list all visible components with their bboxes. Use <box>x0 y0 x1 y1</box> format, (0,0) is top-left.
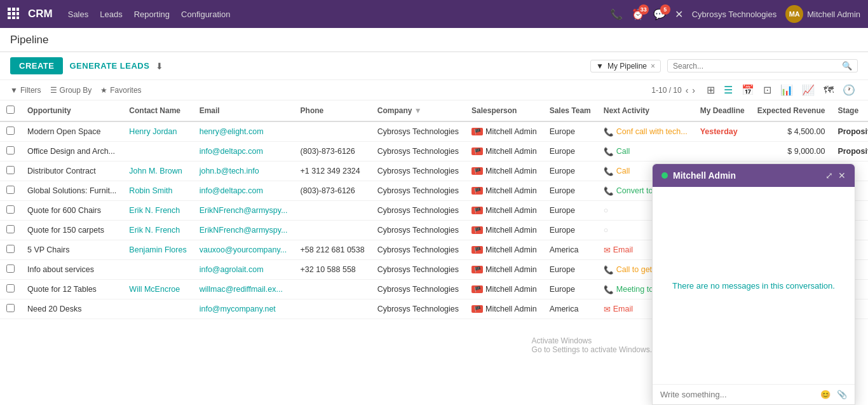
clock-view-button[interactable]: 🕐 <box>840 83 858 97</box>
contact-cell[interactable] <box>123 299 193 319</box>
header-salesperson[interactable]: Salesperson <box>465 100 543 121</box>
phone-cell <box>294 299 371 319</box>
chat-close-button[interactable]: ✕ <box>838 170 846 181</box>
menu-leads[interactable]: Leads <box>100 10 122 19</box>
list-view-button[interactable]: ☰ <box>721 83 735 97</box>
opportunity-cell[interactable]: Info about services <box>21 260 123 280</box>
filters-button[interactable]: ▼ Filters <box>10 86 41 95</box>
sales-team-cell: Europe <box>543 142 597 161</box>
select-all-checkbox[interactable] <box>6 106 15 114</box>
company-cell: Cybrosys Technologies <box>371 181 465 201</box>
filter-icon: ▼ <box>596 62 604 71</box>
filter-close[interactable]: × <box>651 62 655 71</box>
header-company[interactable]: Company ▼ <box>371 100 465 121</box>
chat-panel: Mitchell Admin ⤢ ✕ There are no messages… <box>652 163 855 319</box>
email-cell[interactable]: ErikNFrench@armyspy... <box>193 221 294 240</box>
row-checkbox[interactable] <box>6 264 15 273</box>
row-checkbox[interactable] <box>6 186 15 194</box>
contact-cell[interactable]: Erik N. French <box>123 201 193 221</box>
chat-expand-button[interactable]: ⤢ <box>825 170 833 181</box>
header-email[interactable]: Email <box>193 100 294 121</box>
opportunity-cell[interactable]: 5 VP Chairs <box>21 240 123 260</box>
header-opportunity[interactable]: Opportunity <box>21 100 123 121</box>
activity-icon[interactable]: ⏰ 33 <box>632 8 644 20</box>
header-contact-name[interactable]: Contact Name <box>123 100 193 121</box>
contact-cell[interactable]: Benjamin Flores <box>123 240 193 260</box>
my-pipeline-filter[interactable]: ▼ My Pipeline × <box>590 60 661 72</box>
opportunity-cell[interactable]: Distributor Contract <box>21 161 123 181</box>
kanban-view-button[interactable]: ⊞ <box>704 83 717 97</box>
opportunity-cell[interactable]: Global Solutions: Furnit... <box>21 181 123 201</box>
header-my-deadline[interactable]: My Deadline <box>694 100 751 121</box>
row-checkbox[interactable] <box>6 205 15 214</box>
menu-configuration[interactable]: Configuration <box>181 10 230 19</box>
app-brand[interactable]: CRM <box>28 8 53 20</box>
download-button[interactable]: ⬇ <box>156 61 163 71</box>
svg-rect-8 <box>17 17 19 19</box>
email-cell[interactable]: ErikNFrench@armyspy... <box>193 201 294 221</box>
row-checkbox[interactable] <box>6 304 15 312</box>
email-cell[interactable]: henry@elight.com <box>193 121 294 142</box>
header-sales-team[interactable]: Sales Team <box>543 100 597 121</box>
header-next-activity[interactable]: Next Activity <box>597 100 694 121</box>
next-page-button[interactable]: › <box>692 85 695 95</box>
grid-view-button[interactable]: ⊡ <box>761 83 774 97</box>
opportunity-cell[interactable]: Modern Open Space <box>21 121 123 142</box>
view-controls: ▼ Filters ☰ Group By ★ Favorites 1-10 / … <box>0 80 868 100</box>
contact-cell[interactable] <box>123 142 193 161</box>
email-cell[interactable]: vauxoo@yourcompany... <box>193 240 294 260</box>
header-phone[interactable]: Phone <box>294 100 371 121</box>
opportunity-cell[interactable]: Office Design and Arch... <box>21 142 123 161</box>
row-checkbox[interactable] <box>6 146 15 154</box>
header-expected-revenue[interactable]: Expected Revenue <box>751 100 832 121</box>
close-icon[interactable]: ✕ <box>675 8 683 20</box>
email-cell[interactable]: info@mycompany.net <box>193 299 294 319</box>
email-cell[interactable]: john.b@tech.info <box>193 161 294 181</box>
deadline-cell: Yesterday <box>694 121 751 142</box>
company-cell: Cybrosys Technologies <box>371 240 465 260</box>
grid-icon[interactable] <box>8 8 19 21</box>
chart-view-button[interactable]: 📊 <box>778 83 796 97</box>
generate-leads-button[interactable]: GENERATE LEADS <box>69 61 149 71</box>
user-menu[interactable]: MA Mitchell Admin <box>785 5 860 23</box>
row-checkbox[interactable] <box>6 166 15 174</box>
calendar-view-button[interactable]: 📅 <box>739 83 757 97</box>
create-button[interactable]: CREATE <box>10 57 63 74</box>
group-by-button[interactable]: ☰ Group By <box>50 86 92 95</box>
search-box[interactable]: 🔍 <box>667 59 858 72</box>
opportunity-cell[interactable]: Quote for 12 Tables <box>21 280 123 299</box>
email-cell[interactable]: willmac@rediffmail.ex... <box>193 280 294 299</box>
row-checkbox[interactable] <box>6 284 15 292</box>
company-cell: Cybrosys Technologies <box>371 299 465 319</box>
header-stage[interactable]: Stage <box>831 100 868 121</box>
search-input[interactable] <box>673 62 842 71</box>
messages-icon[interactable]: 💬 5 <box>653 8 666 20</box>
opportunity-cell[interactable]: Quote for 600 Chairs <box>21 201 123 221</box>
salesperson-cell: 🏴 Mitchell Admin <box>465 181 543 201</box>
opportunity-cell[interactable]: Need 20 Desks <box>21 299 123 319</box>
row-checkbox[interactable] <box>6 127 15 135</box>
email-cell[interactable]: info@deltapc.com <box>193 181 294 201</box>
phone-cell: +32 10 588 558 <box>294 260 371 280</box>
map-view-button[interactable]: 🗺 <box>821 83 836 97</box>
chat-body: There are no messages in this conversati… <box>653 187 855 319</box>
opportunity-cell[interactable]: Quote for 150 carpets <box>21 221 123 240</box>
contact-cell[interactable]: Will McEncroe <box>123 280 193 299</box>
row-checkbox[interactable] <box>6 245 15 253</box>
contact-cell[interactable]: John M. Brown <box>123 161 193 181</box>
contact-cell[interactable]: Erik N. French <box>123 221 193 240</box>
menu-sales[interactable]: Sales <box>68 10 89 19</box>
phone-icon[interactable]: 📞 <box>610 8 623 20</box>
company-cell: Cybrosys Technologies <box>371 161 465 181</box>
bar-view-button[interactable]: 📈 <box>799 83 817 97</box>
contact-cell[interactable] <box>123 260 193 280</box>
email-cell[interactable]: info@deltapc.com <box>193 142 294 161</box>
contact-cell[interactable]: Robin Smith <box>123 181 193 201</box>
svg-rect-4 <box>12 12 15 15</box>
prev-page-button[interactable]: ‹ <box>686 85 689 95</box>
contact-cell[interactable]: Henry Jordan <box>123 121 193 142</box>
menu-reporting[interactable]: Reporting <box>134 10 170 19</box>
favorites-button[interactable]: ★ Favorites <box>100 86 141 95</box>
email-cell[interactable]: info@agrolait.com <box>193 260 294 280</box>
row-checkbox[interactable] <box>6 225 15 233</box>
